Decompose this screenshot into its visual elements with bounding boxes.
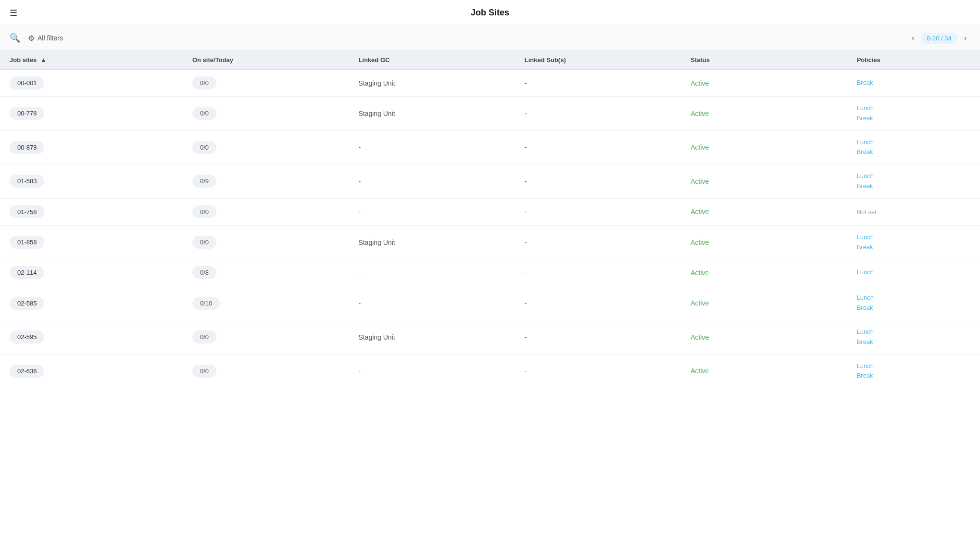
status-badge: Active	[691, 333, 709, 341]
cell-status: Active	[681, 320, 847, 354]
status-badge: Active	[691, 110, 709, 117]
table-row[interactable]: 02-1140/8--ActiveLunch	[0, 259, 980, 286]
policy-link-break[interactable]: Break	[857, 114, 970, 124]
cell-status: Active	[681, 286, 847, 320]
col-header-status[interactable]: Status	[681, 51, 847, 70]
cell-job-site: 01-583	[0, 165, 183, 199]
search-icon[interactable]: 🔍	[10, 33, 20, 43]
policy-cell: LunchBreak	[857, 232, 970, 253]
cell-job-site: 01-758	[0, 198, 183, 225]
policy-link-break[interactable]: Break	[857, 181, 970, 191]
col-header-job-sites[interactable]: Job sites ▲	[0, 51, 183, 70]
toolbar-left: 🔍 ⚙ All filters	[10, 33, 63, 43]
job-site-badge[interactable]: 02-595	[10, 330, 44, 343]
toolbar: 🔍 ⚙ All filters ‹ 0-20 / 34 ›	[0, 26, 980, 51]
table-row[interactable]: 02-5850/10--ActiveLunchBreak	[0, 286, 980, 320]
policy-link-break[interactable]: Break	[857, 147, 970, 157]
job-site-badge[interactable]: 00-878	[10, 141, 44, 154]
on-site-count: 0/0	[192, 141, 216, 154]
policy-cell: Lunch	[857, 267, 970, 278]
job-site-badge[interactable]: 00-778	[10, 107, 44, 120]
policy-link-break[interactable]: Break	[857, 242, 970, 253]
policy-link-lunch[interactable]: Lunch	[857, 293, 970, 303]
status-badge: Active	[691, 367, 709, 375]
pagination-prev-button[interactable]: ‹	[908, 32, 918, 44]
cell-linked-gc: Staging Unit	[349, 97, 515, 131]
cell-linked-subs: -	[515, 130, 681, 165]
cell-on-site: 0/9	[183, 165, 349, 199]
col-header-linked-gc[interactable]: Linked GC	[349, 51, 515, 70]
job-site-badge[interactable]: 02-636	[10, 365, 44, 378]
cell-job-site: 02-595	[0, 320, 183, 354]
menu-button[interactable]: ☰	[10, 8, 17, 18]
table-row[interactable]: 01-7580/0--ActiveNot set	[0, 198, 980, 225]
cell-linked-gc: -	[349, 286, 515, 320]
cell-job-site: 02-585	[0, 286, 183, 320]
job-site-badge[interactable]: 00-001	[10, 76, 44, 89]
job-site-badge[interactable]: 01-858	[10, 236, 44, 249]
page-header: ☰ Job Sites	[0, 0, 980, 26]
table-row[interactable]: 00-0010/0Staging Unit-ActiveBreak	[0, 70, 980, 97]
status-badge: Active	[691, 269, 709, 277]
policy-not-set: Not set	[857, 208, 877, 216]
policy-cell: LunchBreak	[857, 327, 970, 347]
table-row[interactable]: 01-8580/0Staging Unit-ActiveLunchBreak	[0, 225, 980, 259]
cell-policies: Not set	[847, 198, 980, 225]
table-header: Job sites ▲ On site/Today Linked GC Link…	[0, 51, 980, 70]
cell-linked-subs: -	[515, 354, 681, 388]
cell-linked-gc: Staging Unit	[349, 320, 515, 354]
job-site-badge[interactable]: 01-583	[10, 175, 44, 188]
col-header-policies[interactable]: Policies	[847, 51, 980, 70]
cell-linked-gc: Staging Unit	[349, 70, 515, 97]
job-sites-table: Job sites ▲ On site/Today Linked GC Link…	[0, 51, 980, 388]
table-row[interactable]: 00-8780/0--ActiveLunchBreak	[0, 130, 980, 165]
cell-policies: LunchBreak	[847, 286, 980, 320]
policy-cell: LunchBreak	[857, 103, 970, 124]
cell-linked-subs: -	[515, 259, 681, 286]
cell-status: Active	[681, 165, 847, 199]
policy-cell: LunchBreak	[857, 138, 970, 158]
policy-link-lunch[interactable]: Lunch	[857, 232, 970, 242]
table-row[interactable]: 01-5830/9--ActiveLunchBreak	[0, 165, 980, 199]
cell-linked-subs: -	[515, 165, 681, 199]
cell-on-site: 0/8	[183, 259, 349, 286]
policy-link-lunch[interactable]: Lunch	[857, 327, 970, 337]
policy-cell: LunchBreak	[857, 361, 970, 381]
cell-status: Active	[681, 354, 847, 388]
cell-on-site: 0/0	[183, 354, 349, 388]
col-header-linked-subs[interactable]: Linked Sub(s)	[515, 51, 681, 70]
cell-linked-gc: -	[349, 198, 515, 225]
table-row[interactable]: 02-6360/0--ActiveLunchBreak	[0, 354, 980, 388]
all-filters-button[interactable]: ⚙ All filters	[28, 34, 63, 43]
table-row[interactable]: 00-7780/0Staging Unit-ActiveLunchBreak	[0, 97, 980, 131]
cell-job-site: 02-636	[0, 354, 183, 388]
cell-linked-gc: -	[349, 165, 515, 199]
cell-on-site: 0/0	[183, 70, 349, 97]
policy-link-lunch[interactable]: Lunch	[857, 138, 970, 148]
job-site-badge[interactable]: 01-758	[10, 205, 44, 218]
cell-on-site: 0/0	[183, 97, 349, 131]
policy-link-break[interactable]: Break	[857, 371, 970, 381]
policy-link-lunch[interactable]: Lunch	[857, 171, 970, 181]
cell-linked-subs: -	[515, 225, 681, 259]
pagination-info: 0-20 / 34	[921, 33, 957, 44]
job-site-badge[interactable]: 02-114	[10, 266, 44, 279]
policy-link-lunch[interactable]: Lunch	[857, 267, 970, 278]
policy-link-break[interactable]: Break	[857, 303, 970, 313]
status-badge: Active	[691, 208, 709, 216]
policy-link-lunch[interactable]: Lunch	[857, 103, 970, 114]
job-site-badge[interactable]: 02-585	[10, 297, 44, 310]
cell-linked-subs: -	[515, 70, 681, 97]
pagination-next-button[interactable]: ›	[960, 32, 970, 44]
col-header-on-site[interactable]: On site/Today	[183, 51, 349, 70]
cell-policies: Break	[847, 70, 980, 97]
policy-link-break[interactable]: Break	[857, 337, 970, 347]
table-row[interactable]: 02-5950/0Staging Unit-ActiveLunchBreak	[0, 320, 980, 354]
on-site-count: 0/10	[192, 297, 220, 310]
policy-link-break[interactable]: Break	[857, 78, 970, 88]
cell-linked-gc: -	[349, 259, 515, 286]
cell-job-site: 02-114	[0, 259, 183, 286]
cell-linked-subs: -	[515, 198, 681, 225]
policy-link-lunch[interactable]: Lunch	[857, 361, 970, 371]
status-badge: Active	[691, 178, 709, 185]
